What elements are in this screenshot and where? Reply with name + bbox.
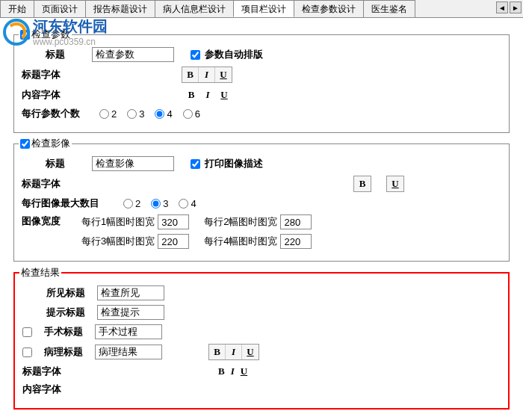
hint-title-label: 提示标题 <box>46 306 93 319</box>
italic-button[interactable]: I <box>199 67 215 82</box>
watermark-logo: 河东软件园 www.pc0359.cn <box>3 16 108 47</box>
img-per-row-radio-2[interactable] <box>123 199 133 209</box>
per-row-count-label: 每行参数个数 <box>22 107 95 120</box>
tab-start[interactable]: 开始 <box>0 0 34 17</box>
auto-layout-checkbox[interactable] <box>191 50 200 60</box>
bold-button[interactable]: B <box>353 176 371 192</box>
per-row-radio-2[interactable] <box>99 109 109 119</box>
exam-title-input[interactable] <box>92 47 174 62</box>
width2-input[interactable] <box>280 214 312 229</box>
print-desc-label: 打印图像描述 <box>205 157 263 170</box>
result-title-font-label: 标题字体 <box>22 365 67 378</box>
per-row-radio-3[interactable] <box>127 109 137 119</box>
group-exam-image-title: 检查影像 <box>31 137 70 150</box>
group-exam-params: 检查参数 标题 参数自动排版 标题字体 B I U 内容字体 B I U <box>13 34 510 133</box>
pathology-biu: B I U <box>208 344 259 360</box>
width2-label: 每行2幅图时图宽 <box>204 215 277 229</box>
pathology-title-label: 病理标题 <box>44 345 90 359</box>
underline-button[interactable]: U <box>241 365 247 377</box>
underline-button[interactable]: U <box>242 345 259 359</box>
result-content-font-label: 内容字体 <box>22 383 67 396</box>
seen-title-input[interactable] <box>97 285 164 300</box>
img-per-row-radio-3[interactable] <box>151 199 161 209</box>
surgery-title-label: 手术标题 <box>44 325 90 339</box>
italic-button[interactable]: I <box>199 87 216 102</box>
image-width-label: 图像宽度 <box>22 214 66 229</box>
per-row-radio-4[interactable] <box>155 109 164 119</box>
bold-button[interactable]: B <box>183 87 199 102</box>
per-row-radio-group: 2 3 4 6 <box>99 108 200 120</box>
italic-button[interactable]: I <box>231 365 235 377</box>
tab-item-column-design[interactable]: 项目栏设计 <box>233 0 294 17</box>
underline-button[interactable]: U <box>216 87 232 102</box>
print-desc-checkbox[interactable] <box>191 159 200 169</box>
image-title-font-label: 标题字体 <box>22 177 66 191</box>
img-per-row-radio-4[interactable] <box>179 199 188 209</box>
group-exam-image: 检查影像 标题 打印图像描述 标题字体 B U 每行图像最大数目 2 3 4 <box>13 143 510 262</box>
group-exam-result-title: 检查结果 <box>21 266 60 280</box>
tab-patient-info-design[interactable]: 病人信息栏设计 <box>155 0 234 17</box>
group-exam-result: 检查结果 所见标题 提示标题 手术标题 病理标题 B I U 标题 <box>13 272 510 410</box>
logo-icon <box>3 19 30 46</box>
group-exam-image-checkbox[interactable] <box>20 139 30 149</box>
width4-input[interactable] <box>280 234 312 249</box>
bold-button[interactable]: B <box>182 67 199 82</box>
tab-nav-arrows: ◄ ► <box>496 1 522 13</box>
italic-button[interactable]: I <box>226 345 242 359</box>
content-font-biu: B I U <box>183 87 232 102</box>
underline-button[interactable]: U <box>215 67 232 82</box>
width3-input[interactable] <box>158 234 189 249</box>
width4-label: 每行4幅图时图宽 <box>204 235 277 248</box>
image-max-per-row-label: 每行图像最大数目 <box>22 197 119 210</box>
underline-button[interactable]: U <box>386 176 404 192</box>
width3-label: 每行3幅图时图宽 <box>81 235 155 248</box>
bold-button[interactable]: B <box>209 345 226 359</box>
content-font-label: 内容字体 <box>22 88 66 102</box>
tab-bar: 开始 页面设计 报告标题设计 病人信息栏设计 项目栏设计 检查参数设计 医生鉴名… <box>0 0 523 18</box>
tab-doctor-signature[interactable]: 医生鉴名 <box>363 0 415 17</box>
hint-title-input[interactable] <box>97 305 164 320</box>
tab-exam-param-design[interactable]: 检查参数设计 <box>294 0 364 17</box>
title-font-label: 标题字体 <box>22 68 66 81</box>
pathology-title-input[interactable] <box>95 345 162 359</box>
logo-text-url: www.pc0359.cn <box>33 37 108 47</box>
image-max-radio-group: 2 3 4 <box>123 198 196 209</box>
surgery-title-input[interactable] <box>95 324 162 339</box>
pathology-title-checkbox[interactable] <box>22 348 32 357</box>
tab-page-design[interactable]: 页面设计 <box>34 0 86 17</box>
width1-label: 每行1幅图时图宽 <box>81 215 155 229</box>
surgery-title-checkbox[interactable] <box>22 327 32 337</box>
logo-text-cn: 河东软件园 <box>33 16 108 37</box>
tab-report-title-design[interactable]: 报告标题设计 <box>85 0 155 17</box>
tab-prev-icon[interactable]: ◄ <box>496 1 508 13</box>
per-row-radio-6[interactable] <box>183 109 193 119</box>
result-title-biu: B I U <box>218 365 247 377</box>
width1-input[interactable] <box>158 214 189 229</box>
image-title-label: 标题 <box>46 157 87 170</box>
tab-next-icon[interactable]: ► <box>510 1 522 13</box>
bold-button[interactable]: B <box>218 365 225 377</box>
seen-title-label: 所见标题 <box>46 286 93 300</box>
auto-layout-label: 参数自动排版 <box>205 48 263 61</box>
title-font-biu: B I U <box>182 67 232 83</box>
image-title-input[interactable] <box>92 156 174 171</box>
title-label: 标题 <box>46 48 87 61</box>
